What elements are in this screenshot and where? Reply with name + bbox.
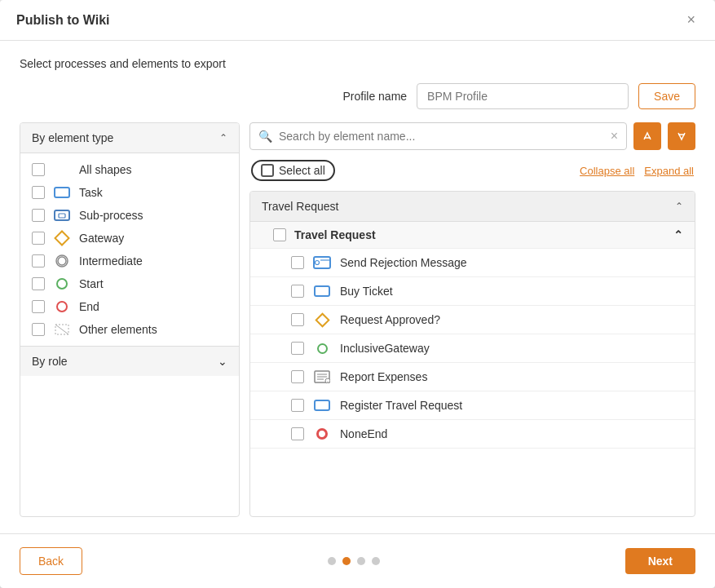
label-send-rejection: Send Rejection Message xyxy=(340,256,467,269)
icon-send-rejection xyxy=(312,255,332,270)
by-element-type-header[interactable]: By element type ⌃ xyxy=(20,123,239,153)
sort-desc-button[interactable] xyxy=(668,122,695,150)
dot-2 xyxy=(342,557,351,565)
publish-to-wiki-dialog: Publish to Wiki × Select processes and e… xyxy=(0,0,715,588)
svg-point-3 xyxy=(58,257,66,265)
tree-item-inclusive-gateway[interactable]: InclusiveGateway xyxy=(250,334,695,363)
search-row: 🔍 × xyxy=(249,122,695,150)
icon-request-approved xyxy=(312,312,332,327)
dialog-title: Publish to Wiki xyxy=(16,13,110,28)
element-item-all-shapes[interactable]: All shapes xyxy=(20,158,239,181)
label-none-end: NoneEnd xyxy=(340,427,387,440)
icon-gateway xyxy=(53,232,71,245)
tree-group-header[interactable]: Travel Request ⌃ xyxy=(250,222,695,249)
main-content: By element type ⌃ All shapes Task xyxy=(20,122,695,517)
checkbox-send-rejection[interactable] xyxy=(291,256,304,269)
checkbox-report-expenses[interactable] xyxy=(291,370,304,383)
label-request-approved: Request Approved? xyxy=(340,313,440,326)
icon-other xyxy=(53,323,71,336)
element-item-task[interactable]: Task xyxy=(20,181,239,204)
close-button[interactable]: × xyxy=(683,11,699,29)
icon-task xyxy=(53,186,71,199)
next-button[interactable]: Next xyxy=(625,548,695,574)
checkbox-intermediate[interactable] xyxy=(32,254,45,267)
select-all-checkbox[interactable] xyxy=(261,164,274,177)
checkbox-all-shapes[interactable] xyxy=(32,163,45,176)
tree-group-chevron-icon: ⌃ xyxy=(673,228,683,241)
collapse-expand-row: Collapse all Expand all xyxy=(580,165,694,177)
checkbox-task[interactable] xyxy=(32,186,45,199)
icon-inclusive-gateway xyxy=(312,341,332,356)
by-element-type-label: By element type xyxy=(32,131,113,144)
svg-point-9 xyxy=(316,261,320,265)
label-report-expenses: Report Expenses xyxy=(340,370,427,383)
tree-section-title: Travel Request xyxy=(262,200,338,213)
label-buy-ticket: Buy Ticket xyxy=(340,285,393,298)
left-panel: By element type ⌃ All shapes Task xyxy=(20,122,240,517)
save-button[interactable]: Save xyxy=(638,83,695,109)
icon-all-shapes xyxy=(53,163,71,176)
checkbox-inclusive-gateway[interactable] xyxy=(291,342,304,355)
label-subprocess: Sub-process xyxy=(79,209,143,222)
dot-1 xyxy=(328,557,336,565)
tree-group-title: Travel Request xyxy=(294,228,376,241)
sort-asc-button[interactable] xyxy=(633,122,661,150)
tree-section-header[interactable]: Travel Request ⌃ xyxy=(250,192,695,222)
element-item-gateway[interactable]: Gateway xyxy=(20,227,239,250)
profile-label: Profile name xyxy=(342,90,407,103)
tree-item-send-rejection[interactable]: Send Rejection Message xyxy=(250,249,695,277)
label-intermediate: Intermediate xyxy=(79,254,143,267)
tree-item-report-expenses[interactable]: ↩ Report Expenses xyxy=(250,363,695,391)
icon-start xyxy=(53,277,71,290)
element-item-start[interactable]: Start xyxy=(20,272,239,295)
tree-group-checkbox[interactable] xyxy=(273,228,286,241)
checkbox-none-end[interactable] xyxy=(291,427,304,440)
checkbox-subprocess[interactable] xyxy=(32,209,45,222)
dot-3 xyxy=(357,557,365,565)
right-panel: 🔍 × xyxy=(249,122,695,517)
element-item-end[interactable]: End xyxy=(20,295,239,318)
search-input[interactable] xyxy=(279,130,604,143)
chevron-up-icon: ⌃ xyxy=(219,132,227,144)
element-item-subprocess[interactable]: Sub-process xyxy=(20,204,239,227)
tree-item-none-end[interactable]: NoneEnd xyxy=(250,420,695,449)
dialog-subtitle: Select processes and elements to export xyxy=(20,57,695,70)
dot-4 xyxy=(372,557,380,565)
back-button[interactable]: Back xyxy=(20,547,82,575)
select-all-label: Select all xyxy=(279,164,325,177)
icon-buy-ticket xyxy=(312,284,332,298)
label-all-shapes: All shapes xyxy=(79,163,132,176)
checkbox-request-approved[interactable] xyxy=(291,313,304,326)
clear-search-button[interactable]: × xyxy=(611,129,618,144)
select-all-wrapper[interactable]: Select all xyxy=(251,160,335,181)
checkbox-gateway[interactable] xyxy=(32,232,45,245)
svg-text:↩: ↩ xyxy=(327,379,330,384)
dialog-footer: Back Next xyxy=(0,533,715,588)
profile-name-input[interactable] xyxy=(417,83,629,109)
checkbox-register-travel[interactable] xyxy=(291,399,304,412)
expand-all-button[interactable]: Expand all xyxy=(644,165,694,177)
icon-end xyxy=(53,300,71,313)
checkbox-start[interactable] xyxy=(32,277,45,290)
element-list: All shapes Task xyxy=(20,153,239,346)
label-task: Task xyxy=(79,186,103,199)
dialog-header: Publish to Wiki × xyxy=(0,0,715,41)
icon-register-travel xyxy=(312,398,332,413)
checkbox-buy-ticket[interactable] xyxy=(291,285,304,298)
chevron-down-icon: ⌄ xyxy=(218,355,227,368)
svg-rect-1 xyxy=(59,214,65,218)
pagination-dots xyxy=(328,557,380,565)
checkbox-end[interactable] xyxy=(32,300,45,313)
icon-report-expenses: ↩ xyxy=(312,369,332,384)
element-item-other[interactable]: Other elements xyxy=(20,318,239,341)
label-end: End xyxy=(79,300,99,313)
tree-item-request-approved[interactable]: Request Approved? xyxy=(250,306,695,334)
element-item-intermediate[interactable]: Intermediate xyxy=(20,250,239,272)
tree-item-buy-ticket[interactable]: Buy Ticket xyxy=(250,277,695,306)
label-register-travel: Register Travel Request xyxy=(340,399,462,412)
collapse-all-button[interactable]: Collapse all xyxy=(580,165,634,177)
by-role-header[interactable]: By role ⌄ xyxy=(20,346,239,376)
checkbox-other[interactable] xyxy=(32,323,45,336)
tree-item-register-travel[interactable]: Register Travel Request xyxy=(250,391,695,420)
by-role-label: By role xyxy=(32,355,68,368)
